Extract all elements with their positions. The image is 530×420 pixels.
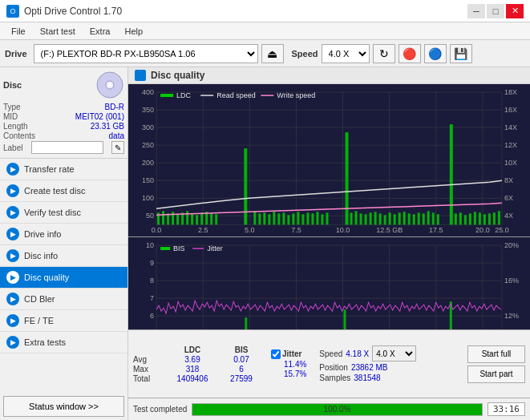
disc-info-icon: ▶ [6,249,19,262]
svg-rect-99 [459,212,462,224]
speed-select-dropdown[interactable]: 4.0 X [372,345,416,361]
disc-contents-label: Contents [3,131,35,140]
position-value: 23862 MB [351,363,388,372]
max-label: Max [133,365,164,374]
max-ldc: 318 [165,365,220,374]
status-window-button[interactable]: Status window >> [3,396,124,417]
samples-label: Samples [319,374,350,382]
svg-rect-65 [273,212,275,224]
svg-rect-70 [297,212,299,224]
sidebar-item-disc-info[interactable]: ▶ Disc info [0,245,127,267]
svg-text:18X: 18X [504,88,517,96]
svg-rect-191 [344,310,346,329]
svg-rect-69 [292,213,294,224]
main-layout: Disc Type BD-R MID MEIT02 (001) Length 2… [0,67,530,420]
label-input[interactable] [31,141,103,154]
menubar: File Start test Extra Help [0,22,530,40]
speed-label: Speed [292,49,318,59]
verify-test-icon: ▶ [6,206,19,219]
sidebar-item-extra-tests[interactable]: ▶ Extra tests [0,332,127,353]
titlebar-left: O Opti Drive Control 1.70 [6,5,122,18]
sidebar-item-label: FE / TE [24,316,54,325]
svg-rect-56 [200,212,203,224]
menu-extra[interactable]: Extra [83,25,117,38]
disc-quality-title: Disc quality [151,70,204,81]
sidebar-item-label: Drive info [24,229,61,239]
minimize-button[interactable]: ─ [467,4,485,18]
jitter-header: Jitter [282,349,301,358]
sidebar-item-transfer-rate[interactable]: ▶ Transfer rate [0,159,127,180]
svg-text:6: 6 [150,313,154,321]
svg-rect-95 [432,212,435,224]
svg-text:25.0: 25.0 [495,226,509,234]
stats-area: LDC BIS Avg 3.69 0.07 Max 318 6 Total 14… [128,329,530,398]
jitter-checkbox[interactable] [271,349,281,359]
settings-button1[interactable]: 🔴 [399,44,421,63]
svg-rect-55 [196,215,198,224]
svg-text:BIS: BIS [173,244,185,252]
avg-bis: 0.07 [221,355,261,364]
svg-rect-87 [394,214,396,224]
svg-rect-106 [493,212,496,224]
start-full-button[interactable]: Start full [467,345,525,363]
sidebar-item-label: Verify test disc [24,208,81,217]
start-part-button[interactable]: Start part [467,365,525,383]
svg-rect-61 [253,211,256,224]
svg-rect-114 [128,237,530,329]
disc-row-contents: Contents data [3,131,124,140]
menu-file[interactable]: File [5,25,32,38]
drive-select[interactable]: (F:) PLEXTOR BD-R PX-LB950SA 1.06 [34,44,258,63]
sidebar-nav: ▶ Transfer rate ▶ Create test disc ▶ Ver… [0,159,127,393]
sidebar-item-label: CD Bler [24,294,55,304]
speed-select[interactable]: 4.0 X [322,44,370,63]
bottom-chart: 10 9 8 7 6 5 4 3 2 20% 16% 12% [128,237,530,329]
svg-text:4X: 4X [504,212,513,220]
svg-rect-72 [306,212,309,224]
svg-rect-64 [268,214,270,224]
svg-rect-77 [346,132,349,224]
label-button[interactable]: ✎ [111,141,124,154]
svg-rect-76 [326,212,328,224]
disc-label-label: Label [3,143,22,152]
svg-text:10.0: 10.0 [336,226,350,234]
sidebar-item-verify-test[interactable]: ▶ Verify test disc [0,202,127,224]
svg-rect-103 [479,212,481,224]
save-button[interactable]: 💾 [450,44,472,63]
top-chart: 400 350 300 250 200 150 100 50 18X 16X 1… [128,84,530,237]
svg-rect-100 [464,215,467,224]
avg-jitter: 11.4% [284,360,306,369]
disc-title: Disc [3,80,22,90]
svg-rect-53 [186,211,188,224]
svg-rect-108 [160,94,173,97]
svg-rect-84 [379,213,382,224]
settings-button2[interactable]: 🔵 [424,44,447,63]
maximize-button[interactable]: □ [487,4,504,18]
sidebar-item-cd-bler[interactable]: ▶ CD Bler [0,289,127,310]
svg-text:7.5: 7.5 [291,226,301,234]
sidebar: Disc Type BD-R MID MEIT02 (001) Length 2… [0,67,128,420]
sidebar-item-fe-te[interactable]: ▶ FE / TE [0,310,127,332]
disc-type-value: BD-R [105,103,124,111]
disc-quality-header: Disc quality [128,67,530,84]
total-ldc: 1409406 [165,374,220,383]
close-button[interactable]: ✕ [506,4,524,18]
stats-table: LDC BIS Avg 3.69 0.07 Max 318 6 Total 14… [133,345,261,383]
svg-rect-223 [160,247,170,250]
content-area: Disc quality [128,67,530,420]
sidebar-item-drive-info[interactable]: ▶ Drive info [0,224,127,245]
svg-text:Write speed: Write speed [277,91,315,99]
disc-length-label: Length [3,122,28,131]
sidebar-item-disc-quality[interactable]: ▶ Disc quality [0,267,127,289]
sidebar-item-create-test[interactable]: ▶ Create test disc [0,180,127,202]
menu-help[interactable]: Help [118,25,149,38]
menu-start-test[interactable]: Start test [34,25,82,38]
status-text: Test completed [133,405,187,414]
refresh-button[interactable]: ↻ [373,44,395,63]
disc-quality-header-icon [135,70,146,81]
svg-rect-98 [455,213,457,224]
sidebar-item-label: Disc quality [24,273,69,282]
svg-text:12.5 GB: 12.5 GB [376,226,403,234]
svg-rect-90 [408,213,411,224]
progress-bar-container: 100.0% [192,403,483,416]
eject-button[interactable]: ⏏ [261,44,284,63]
